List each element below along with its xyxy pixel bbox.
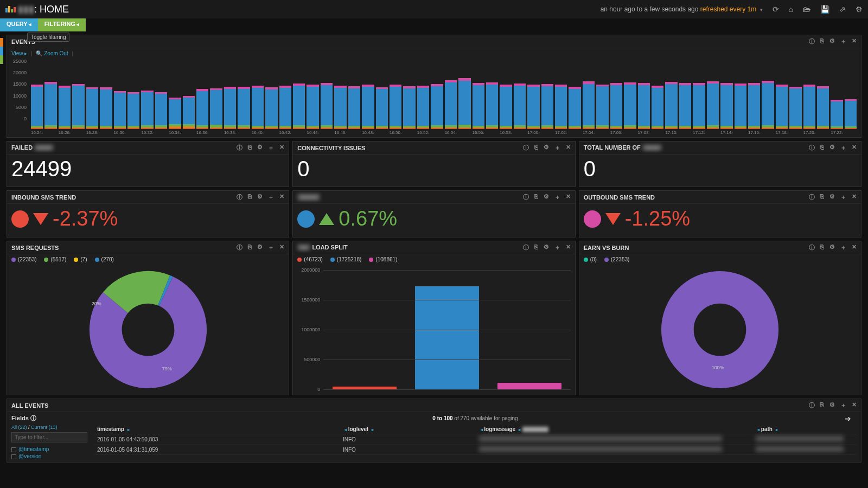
- fields-all-link[interactable]: All (22): [11, 425, 27, 430]
- info-icon[interactable]: ⓘ: [809, 193, 815, 201]
- fields-current-link[interactable]: Current (13): [31, 425, 58, 430]
- gear-icon[interactable]: ⚙: [257, 243, 263, 252]
- tab-strip: QUERY◂ FILTERING◂: [0, 18, 868, 31]
- svg-point-4: [678, 287, 762, 372]
- copy-icon[interactable]: ⎘: [248, 193, 252, 201]
- trend-dot-icon: [297, 210, 315, 228]
- info-icon[interactable]: ⓘ: [809, 243, 815, 252]
- add-icon[interactable]: ＋: [268, 144, 274, 152]
- info-icon[interactable]: ⓘ: [523, 144, 529, 152]
- col-path[interactable]: ◂ path ▸: [752, 425, 857, 434]
- copy-icon[interactable]: ⎘: [820, 37, 824, 46]
- refresh-icon[interactable]: ⟳: [773, 5, 779, 14]
- bar: [114, 66, 126, 129]
- close-icon[interactable]: ✕: [279, 193, 284, 201]
- panel-title: CONNECTIVITY ISSUES: [297, 145, 365, 151]
- trend-down-icon: [33, 213, 48, 225]
- legend-item[interactable]: (22353): [604, 256, 629, 262]
- add-icon[interactable]: ＋: [554, 144, 560, 152]
- gear-icon[interactable]: ⚙: [829, 401, 835, 409]
- close-icon[interactable]: ✕: [566, 144, 571, 152]
- info-icon[interactable]: ⓘ: [237, 193, 242, 201]
- gear-icon[interactable]: ⚙: [544, 193, 549, 201]
- add-icon[interactable]: ＋: [268, 243, 274, 252]
- next-page-icon[interactable]: ➔: [845, 414, 851, 423]
- info-icon[interactable]: ⓘ: [523, 243, 529, 252]
- bar: [44, 66, 56, 129]
- add-icon[interactable]: ＋: [268, 193, 274, 201]
- gear-icon[interactable]: ⚙: [257, 193, 263, 201]
- info-icon[interactable]: ⓘ: [809, 401, 815, 409]
- gear-icon[interactable]: ⚙: [829, 193, 835, 201]
- fields-filter-input[interactable]: [11, 432, 87, 442]
- col-logmessage[interactable]: ◂ logmessage ▸ ▮▮▮▮▮▮▮▮: [476, 425, 753, 434]
- connectivity-value: 0: [293, 155, 575, 187]
- settings-icon[interactable]: ⚙: [856, 5, 863, 14]
- gear-icon[interactable]: ⚙: [257, 144, 263, 152]
- add-icon[interactable]: ＋: [840, 37, 846, 46]
- copy-icon[interactable]: ⎘: [820, 401, 824, 409]
- close-icon[interactable]: ✕: [852, 193, 857, 201]
- field-item[interactable]: @version: [11, 453, 87, 460]
- table-row[interactable]: 2016-01-05 04:31:31,059INFO: [94, 445, 857, 455]
- info-icon[interactable]: ⓘ: [809, 144, 815, 152]
- legend-item[interactable]: (7): [74, 256, 87, 262]
- info-icon[interactable]: ⓘ: [523, 193, 529, 201]
- add-icon[interactable]: ＋: [840, 401, 846, 409]
- legend-item[interactable]: (108861): [369, 256, 397, 262]
- close-icon[interactable]: ✕: [566, 243, 571, 252]
- info-icon[interactable]: ⓘ: [809, 37, 815, 46]
- close-icon[interactable]: ✕: [852, 401, 857, 409]
- share-icon[interactable]: ⇗: [839, 5, 846, 14]
- legend-item[interactable]: (0): [584, 256, 597, 262]
- table-row[interactable]: 2016-01-05 04:43:50,803INFO: [94, 434, 857, 445]
- open-icon[interactable]: 🗁: [803, 5, 810, 14]
- gear-icon[interactable]: ⚙: [829, 144, 835, 152]
- panel-connectivity: CONNECTIVITY ISSUES ⓘ⎘⚙＋✕ 0: [292, 141, 575, 187]
- home-icon[interactable]: ⌂: [789, 5, 793, 14]
- close-icon[interactable]: ✕: [852, 144, 857, 152]
- copy-icon[interactable]: ⎘: [248, 144, 252, 152]
- mid-trend-value: 0.67%: [293, 204, 575, 237]
- add-icon[interactable]: ＋: [840, 193, 846, 201]
- close-icon[interactable]: ✕: [852, 37, 857, 46]
- gear-icon[interactable]: ⚙: [544, 144, 549, 152]
- add-icon[interactable]: ＋: [554, 193, 560, 201]
- tab-query[interactable]: QUERY◂: [0, 18, 38, 31]
- legend-item[interactable]: (270): [95, 256, 114, 262]
- close-icon[interactable]: ✕: [279, 144, 284, 152]
- close-icon[interactable]: ✕: [566, 193, 571, 201]
- close-icon[interactable]: ✕: [852, 243, 857, 252]
- copy-icon[interactable]: ⎘: [534, 144, 538, 152]
- save-icon[interactable]: 💾: [820, 5, 829, 14]
- legend-item[interactable]: (22353): [11, 256, 36, 262]
- col-loglevel[interactable]: ◂ loglevel ▸: [340, 425, 476, 434]
- bar: [72, 66, 84, 129]
- copy-icon[interactable]: ⎘: [820, 243, 824, 252]
- tab-filtering[interactable]: FILTERING◂: [38, 18, 86, 31]
- close-icon[interactable]: ✕: [279, 243, 284, 252]
- add-icon[interactable]: ＋: [554, 243, 560, 252]
- time-range-picker[interactable]: an hour ago to a few seconds ago refresh…: [601, 5, 763, 13]
- col-timestamp[interactable]: timestamp ▸: [94, 425, 340, 434]
- legend-item[interactable]: (46723): [297, 256, 322, 262]
- field-item[interactable]: @timestamp: [11, 446, 87, 453]
- gear-icon[interactable]: ⚙: [829, 243, 835, 252]
- info-icon[interactable]: ⓘ: [237, 144, 242, 152]
- copy-icon[interactable]: ⎘: [534, 243, 538, 252]
- legend-item[interactable]: (5517): [44, 256, 66, 262]
- fields-heading: Fields ⓘ: [11, 414, 87, 422]
- gear-icon[interactable]: ⚙: [544, 243, 549, 252]
- copy-icon[interactable]: ⎘: [820, 193, 824, 201]
- gear-icon[interactable]: ⚙: [829, 37, 835, 46]
- copy-icon[interactable]: ⎘: [248, 243, 252, 252]
- copy-icon[interactable]: ⎘: [820, 144, 824, 152]
- panel-title: OUTBOUND SMS TREND: [584, 194, 655, 201]
- legend-item[interactable]: (1725218): [330, 256, 362, 262]
- copy-icon[interactable]: ⎘: [534, 193, 538, 201]
- info-icon[interactable]: ⓘ: [237, 243, 242, 252]
- view-link[interactable]: View ▸: [11, 50, 27, 56]
- add-icon[interactable]: ＋: [840, 144, 846, 152]
- add-icon[interactable]: ＋: [840, 243, 846, 252]
- zoom-out-link[interactable]: 🔍 Zoom Out: [36, 50, 68, 56]
